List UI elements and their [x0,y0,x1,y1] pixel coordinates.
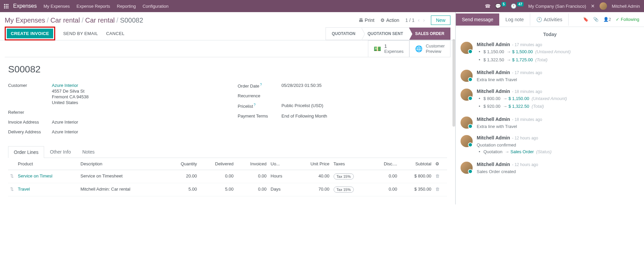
tools-icon[interactable]: ✕ [591,3,595,9]
send-message-button[interactable]: Send message [456,13,499,26]
support-icon[interactable]: ☎ [485,3,490,9]
print-button[interactable]: 🖶Print [359,18,374,23]
columns-config-icon[interactable]: ⚙ [433,158,447,170]
message-avatar[interactable] [461,42,473,54]
col-description[interactable]: Description [78,158,166,170]
message-avatar[interactable] [461,70,473,82]
col-product[interactable]: Product [16,158,78,170]
cell-subtotal: $ 800.00 [399,170,434,183]
attachment-icon[interactable]: 📎 [593,17,599,22]
product-link[interactable]: Travel [18,187,30,192]
status-sales-order[interactable]: SALES ORDER [409,28,450,40]
drag-handle-icon[interactable]: ⇅ [10,187,14,192]
cell-delivered: 0.00 [199,170,236,183]
breadcrumb-link[interactable]: Car rental [85,17,115,24]
user-avatar[interactable] [600,2,607,10]
table-row[interactable]: ⇅ Service on Timesl Service on Timesheet… [8,170,447,183]
col-subtotal[interactable]: Subtotal [399,158,434,170]
activity-indicator[interactable]: 🕐47 [511,3,523,9]
followers-count[interactable]: 👤2 [603,17,611,22]
cancel-button[interactable]: CANCEL [102,29,129,38]
chatter-message: Mitchell Admin - 18 minutes ago Extra li… [461,117,639,130]
message-author[interactable]: Mitchell Admin [477,42,510,47]
value-invoice-address: Azure Interior [52,120,217,125]
chatter-message: Mitchell Admin - 17 minutes ago Extra li… [461,70,639,83]
titlebar: My Expenses / Car rental / Car rental / … [0,12,455,27]
user-name[interactable]: Mitchell Admin [612,4,640,9]
col-disc[interactable]: Disc.... [371,158,399,170]
pager-count: 1 / 1 [405,18,414,23]
col-invoiced[interactable]: Invoiced [236,158,269,170]
message-time: - 12 hours ago [512,136,538,140]
tab-order-lines[interactable]: Order Lines [8,146,44,158]
nav-configuration[interactable]: Configuration [142,4,168,9]
breadcrumb-link[interactable]: My Expenses [5,17,45,24]
product-link[interactable]: Service on Timesl [18,173,53,178]
cell-taxes: Tax 15% [332,183,371,196]
action-button[interactable]: ⚙Action [380,18,399,23]
message-author[interactable]: Mitchell Admin [477,89,510,94]
cell-unit-price: 70.00 [294,183,332,196]
message-text: $ 1,150.00 → $ 1,500.00 (Untaxed Amount)… [477,48,639,63]
expenses-widget[interactable]: 💵 1 Expenses [368,40,409,57]
bookmark-icon[interactable]: 🔖 [583,17,588,22]
create-invoice-button[interactable]: CREATE INVOICE [7,29,53,38]
pager-next-icon[interactable]: › [423,17,425,23]
chatter-message: Mitchell Admin - 17 minutes ago $ 1,150.… [461,42,639,64]
message-avatar[interactable] [461,162,473,174]
status-quotation-sent[interactable]: QUOTATION SENT [362,28,409,40]
message-author[interactable]: Mitchell Admin [477,70,510,75]
label-pricelist: Pricelist? [238,103,281,109]
date-separator: Today [461,32,639,37]
col-unit-price[interactable]: Unit Price [294,158,332,170]
col-taxes[interactable]: Taxes [332,158,371,170]
customer-preview-widget[interactable]: 🌐 Customer Preview [409,40,450,57]
new-button[interactable]: New [431,15,450,25]
help-icon[interactable]: ? [254,103,256,107]
customer-link[interactable]: Azure Interior [52,83,78,88]
message-author[interactable]: Mitchell Admin [477,162,510,167]
nav-expense-reports[interactable]: Expense Reports [76,4,110,9]
send-by-email-button[interactable]: SEND BY EMAIL [59,29,102,38]
following-button[interactable]: ✓ Following [616,17,639,22]
message-avatar[interactable] [461,89,473,101]
status-quotation[interactable]: QUOTATION [326,28,362,40]
order-lines-table: Product Description Quantity Delivered I… [8,158,447,196]
chatter-message: Mitchell Admin - 12 hours ago Quotation … [461,135,639,156]
cell-subtotal: $ 350.00 [399,183,434,196]
message-author[interactable]: Mitchell Admin [477,135,510,140]
nav-my-expenses[interactable]: My Expenses [43,4,70,9]
value-order-date: 05/28/2023 01:50:35 [281,83,447,89]
pager-prev-icon[interactable]: ‹ [418,17,419,23]
table-row[interactable]: ⇅ Travel Mitchell Admin: Car rental 5.00… [8,183,447,196]
breadcrumb-link[interactable]: Car rental [50,17,80,24]
module-brand[interactable]: Expenses [13,3,37,9]
message-author[interactable]: Mitchell Admin [477,117,510,122]
value-payment-terms: End of Following Month [281,113,447,119]
message-avatar[interactable] [461,135,473,147]
message-avatar[interactable] [461,117,473,129]
col-delivered[interactable]: Delivered [199,158,236,170]
nav-reporting[interactable]: Reporting [117,4,136,9]
value-pricelist: Public Pricelist (USD) [281,103,447,109]
delete-row-icon[interactable]: 🗑 [435,173,440,178]
tab-notes[interactable]: Notes [76,146,100,158]
log-note-button[interactable]: Log note [499,13,530,26]
col-quantity[interactable]: Quantity [166,158,199,170]
scrollbar[interactable] [452,39,455,127]
cell-disc: 0.00 [371,170,399,183]
cell-quantity: 5.00 [166,183,199,196]
tab-other-info[interactable]: Other Info [44,146,76,158]
message-time: - 17 minutes ago [512,42,542,47]
messages-indicator[interactable]: 💬5 [495,3,506,9]
label-order-date: Order Date? [238,83,281,89]
action-bar: CREATE INVOICE SEND BY EMAIL CANCEL QUOT… [0,27,455,40]
delete-row-icon[interactable]: 🗑 [435,187,440,192]
help-icon[interactable]: ? [260,83,262,87]
activities-button[interactable]: 🕐Activities [530,13,569,26]
label-recurrence: Recurrence [238,93,281,98]
col-uom[interactable]: Uo... [269,158,294,170]
drag-handle-icon[interactable]: ⇅ [10,173,14,178]
apps-icon[interactable] [4,4,8,8]
company-selector[interactable]: My Company (San Francisco) [528,4,586,9]
